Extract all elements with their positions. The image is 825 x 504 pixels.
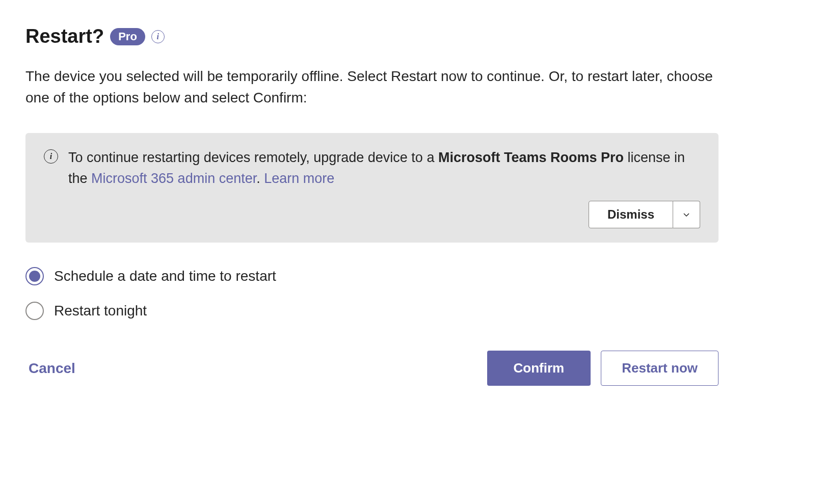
confirm-button[interactable]: Confirm [487, 351, 591, 386]
upgrade-banner: i To continue restarting devices remotel… [25, 133, 718, 243]
restart-dialog: Restart? Pro i The device you selected w… [25, 25, 718, 386]
banner-text-prefix: To continue restarting devices remotely,… [68, 150, 438, 165]
info-icon[interactable]: i [151, 30, 165, 43]
learn-more-link[interactable]: Learn more [264, 171, 334, 186]
cancel-button[interactable]: Cancel [25, 360, 75, 377]
dialog-header: Restart? Pro i [25, 25, 718, 47]
info-icon: i [44, 149, 58, 164]
banner-text: To continue restarting devices remotely,… [68, 147, 700, 189]
banner-content: i To continue restarting devices remotel… [44, 147, 700, 189]
footer-buttons: Confirm Restart now [487, 351, 718, 386]
dialog-description: The device you selected will be temporar… [25, 66, 718, 109]
radio-inner-dot [29, 271, 40, 282]
restart-now-button[interactable]: Restart now [601, 351, 718, 386]
restart-options: Schedule a date and time to restart Rest… [25, 267, 718, 320]
pro-badge: Pro [110, 28, 145, 45]
dismiss-dropdown-button[interactable] [673, 201, 700, 228]
banner-text-bold: Microsoft Teams Rooms Pro [438, 150, 624, 165]
radio-button-selected [25, 267, 44, 285]
dialog-footer: Cancel Confirm Restart now [25, 351, 718, 386]
banner-text-period: . [256, 171, 264, 186]
dialog-title: Restart? [25, 25, 104, 47]
chevron-down-icon [682, 210, 690, 219]
dismiss-button-group: Dismiss [589, 201, 700, 228]
radio-label-tonight: Restart tonight [54, 303, 147, 319]
banner-actions: Dismiss [44, 201, 700, 228]
radio-label-schedule: Schedule a date and time to restart [54, 268, 276, 284]
radio-tonight[interactable]: Restart tonight [25, 302, 718, 320]
radio-button-unselected [25, 302, 44, 320]
admin-center-link[interactable]: Microsoft 365 admin center [91, 171, 256, 186]
radio-schedule[interactable]: Schedule a date and time to restart [25, 267, 718, 285]
dismiss-button[interactable]: Dismiss [589, 201, 673, 228]
